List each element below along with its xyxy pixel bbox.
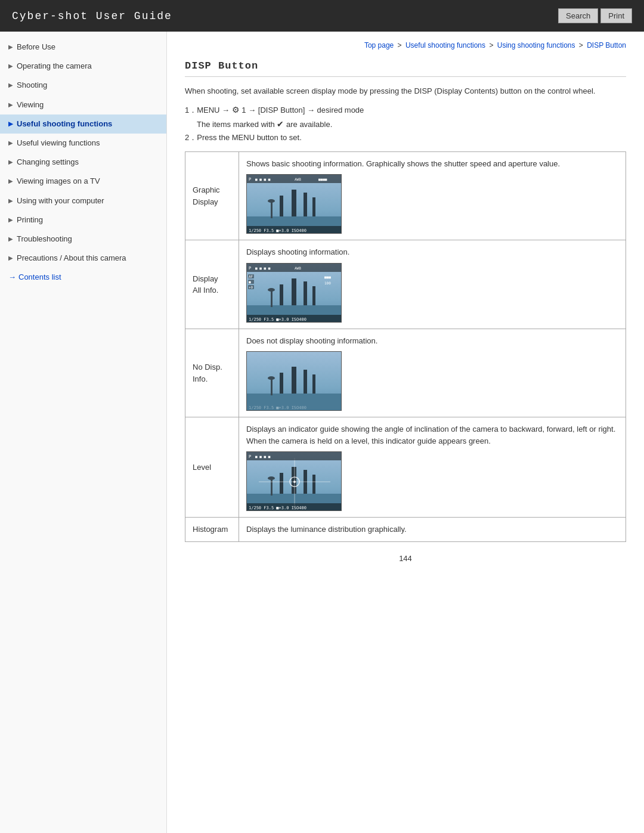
- svg-text:1/250  F3.5  ■+3.0  ISO400: 1/250 F3.5 ■+3.0 ISO400: [249, 506, 306, 510]
- svg-rect-41: [304, 370, 307, 394]
- print-button[interactable]: Print: [600, 8, 632, 23]
- svg-text:■■■■: ■■■■: [318, 177, 327, 181]
- arrow-icon-operating: ▶: [8, 62, 13, 70]
- sidebar-item-changing-settings[interactable]: ▶ Changing settings: [0, 153, 166, 172]
- breadcrumb-disp-button[interactable]: DISP Button: [587, 41, 626, 49]
- svg-point-44: [268, 376, 275, 380]
- svg-rect-42: [312, 374, 315, 394]
- svg-text:1/250  F3.5  ■+3.0  ISO400: 1/250 F3.5 ■+3.0 ISO400: [249, 405, 306, 410]
- sidebar-item-before-use[interactable]: ▶ Before Use: [0, 38, 166, 57]
- arrow-icon-shooting: ▶: [8, 81, 13, 89]
- svg-point-7: [268, 199, 275, 203]
- sidebar-item-troubleshooting[interactable]: ▶ Troubleshooting: [0, 230, 166, 249]
- arrow-icon-precautions: ▶: [8, 254, 13, 262]
- screen-svg-nodisp: 1/250 F3.5 ■+3.0 ISO400: [247, 352, 342, 411]
- content-display-allinfo: Displays shooting information.: [239, 240, 626, 329]
- sidebar-label-troubleshooting: Troubleshooting: [17, 234, 158, 244]
- label-histogram: Histogram: [185, 518, 239, 542]
- svg-rect-52: [271, 479, 273, 496]
- sidebar-label-before-use: Before Use: [17, 42, 158, 52]
- header-buttons: Search Print: [558, 8, 632, 23]
- svg-point-53: [268, 476, 275, 480]
- content-no-disp: Does not display shooting information.: [239, 329, 626, 417]
- label-level: Level: [185, 417, 239, 518]
- svg-rect-43: [271, 379, 273, 395]
- arrow-icon-viewing-tv: ▶: [8, 177, 13, 185]
- arrow-icon-useful-shooting: ▶: [8, 120, 13, 128]
- breadcrumb-useful-shooting[interactable]: Useful shooting functions: [405, 41, 485, 49]
- svg-rect-49: [292, 467, 296, 494]
- svg-rect-19: [304, 281, 307, 305]
- breadcrumb: Top page > Useful shooting functions > U…: [185, 41, 626, 49]
- sidebar-label-viewing: Viewing: [17, 100, 158, 110]
- display-modes-table: GraphicDisplay Shows basic shooting info…: [185, 151, 626, 542]
- svg-point-22: [268, 288, 275, 292]
- svg-rect-6: [271, 202, 273, 218]
- sidebar-label-useful-shooting: Useful shooting functions: [17, 119, 158, 129]
- table-row-graphic: GraphicDisplay Shows basic shooting info…: [185, 151, 626, 240]
- svg-rect-2: [280, 196, 283, 216]
- arrow-icon-viewing: ▶: [8, 101, 13, 109]
- breadcrumb-using-shooting[interactable]: Using shooting functions: [497, 41, 575, 49]
- contents-list-link[interactable]: → Contents list: [0, 268, 166, 286]
- svg-text:P: P: [249, 177, 251, 182]
- breadcrumb-sep-3: >: [579, 41, 585, 49]
- sidebar-item-viewing-tv[interactable]: ▶ Viewing images on a TV: [0, 172, 166, 191]
- checkmark-icon: ✔: [277, 119, 284, 129]
- svg-rect-4: [304, 193, 307, 216]
- screen-svg-graphic: P ■ ■ ■ ■ AWB ■■■■ 1/250 F3.5 ■+3.0 ISO4…: [247, 175, 342, 234]
- svg-text:■: ■: [249, 280, 251, 284]
- sidebar-item-viewing[interactable]: ▶ Viewing: [0, 95, 166, 114]
- sidebar-item-useful-shooting[interactable]: ▶ Useful shooting functions: [0, 114, 166, 134]
- screen-no-disp: 1/250 F3.5 ■+3.0 ISO400: [246, 351, 342, 411]
- sidebar-label-operating: Operating the camera: [17, 61, 158, 72]
- arrow-icon-troubleshooting: ▶: [8, 235, 13, 243]
- svg-text:■ ■ ■ ■: ■ ■ ■ ■: [255, 454, 271, 459]
- svg-text:+0: +0: [249, 285, 253, 289]
- svg-text:1/250  F3.5  ■+3.0  ISO400: 1/250 F3.5 ■+3.0 ISO400: [249, 317, 306, 322]
- arrow-icon-printing: ▶: [8, 216, 13, 224]
- svg-text:■ ■ ■ ■: ■ ■ ■ ■: [255, 266, 271, 270]
- breadcrumb-sep-2: >: [489, 41, 495, 49]
- svg-text:AF: AF: [249, 274, 253, 278]
- desc-level: Displays an indicator guide showing the …: [246, 425, 615, 445]
- sidebar-item-precautions[interactable]: ▶ Precautions / About this camera: [0, 249, 166, 268]
- label-no-disp: No Disp.Info.: [185, 329, 239, 417]
- svg-rect-21: [271, 290, 273, 307]
- label-graphic-display: GraphicDisplay: [185, 151, 239, 240]
- screen-level: P ■ ■ ■ ■ 1/250 F3.5 ■+3.0 ISO400: [246, 451, 342, 511]
- sidebar-label-changing-settings: Changing settings: [17, 157, 158, 168]
- sidebar: ▶ Before Use ▶ Operating the camera ▶ Sh…: [0, 32, 167, 833]
- sidebar-item-operating[interactable]: ▶ Operating the camera: [0, 57, 166, 76]
- svg-text:P: P: [249, 454, 251, 459]
- screen-graphic-display: P ■ ■ ■ ■ AWB ■■■■ 1/250 F3.5 ■+3.0 ISO4…: [246, 174, 342, 234]
- svg-text:100: 100: [324, 281, 331, 285]
- breadcrumb-top-page[interactable]: Top page: [364, 41, 394, 49]
- search-button[interactable]: Search: [558, 8, 598, 23]
- svg-point-57: [293, 481, 296, 483]
- svg-rect-3: [292, 190, 296, 216]
- breadcrumb-sep-1: >: [398, 41, 404, 49]
- page-title: DISP Button: [185, 60, 626, 77]
- header: Cyber-shot User Guide Search Print: [0, 0, 644, 32]
- sidebar-label-viewing-tv: Viewing images on a TV: [17, 176, 158, 187]
- sidebar-item-shooting[interactable]: ▶ Shooting: [0, 76, 166, 95]
- table-row-nodisp: No Disp.Info. Does not display shooting …: [185, 329, 626, 417]
- sidebar-label-using-computer: Using with your computer: [17, 196, 158, 206]
- sidebar-item-using-computer[interactable]: ▶ Using with your computer: [0, 191, 166, 210]
- svg-text:■■■: ■■■: [324, 275, 331, 279]
- svg-rect-5: [312, 197, 315, 216]
- label-display-allinfo: DisplayAll Info.: [185, 240, 239, 329]
- svg-rect-48: [280, 473, 283, 494]
- app-title: Cyber-shot User Guide: [12, 10, 172, 22]
- content-level: Displays an indicator guide showing the …: [239, 417, 626, 518]
- sidebar-item-useful-viewing[interactable]: ▶ Useful viewing functions: [0, 134, 166, 153]
- desc-no-disp: Does not display shooting information.: [246, 336, 377, 345]
- content-graphic-display: Shows basic shooting information. Graphi…: [239, 151, 626, 240]
- svg-rect-51: [312, 475, 315, 494]
- arrow-icon-changing-settings: ▶: [8, 158, 13, 166]
- sidebar-item-printing[interactable]: ▶ Printing: [0, 210, 166, 230]
- svg-rect-39: [280, 373, 283, 394]
- menu-instruction: 1．MENU → ⚙ 1 → [DISP Button] → desired m…: [185, 105, 626, 116]
- table-row-allinfo: DisplayAll Info. Displays shooting infor…: [185, 240, 626, 329]
